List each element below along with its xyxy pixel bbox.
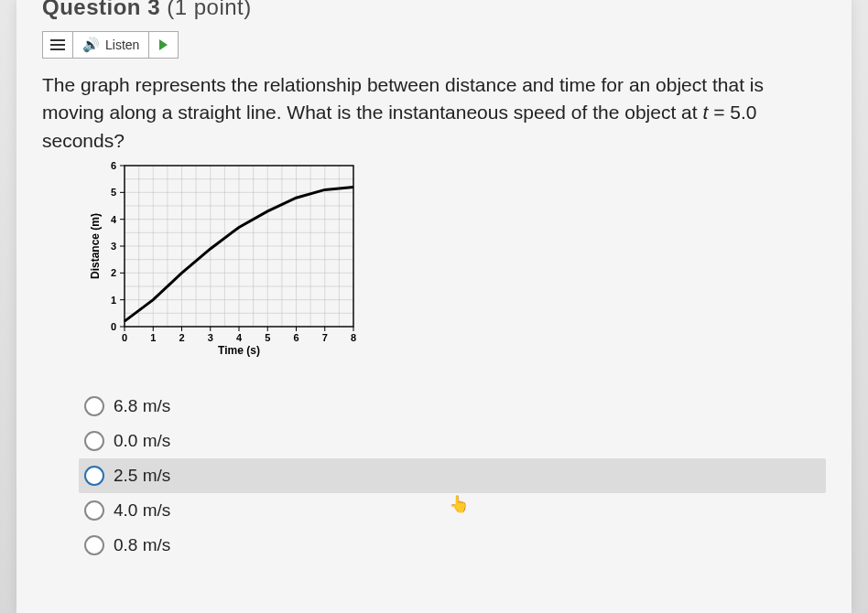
- hamburger-icon: [50, 39, 65, 50]
- play-button[interactable]: [149, 31, 179, 59]
- answer-option[interactable]: 4.0 m/s: [79, 493, 826, 528]
- listen-button[interactable]: 🔊 Listen: [73, 31, 149, 59]
- svg-text:5: 5: [265, 332, 270, 343]
- answer-label: 0.8 m/s: [114, 535, 170, 555]
- svg-text:2: 2: [179, 332, 184, 343]
- radio-icon: [84, 396, 104, 416]
- radio-icon: [84, 466, 104, 486]
- radio-icon: [84, 535, 104, 555]
- answer-list: 6.8 m/s0.0 m/s2.5 m/s4.0 m/s0.8 m/s: [79, 389, 826, 563]
- question-number: Question 3: [42, 0, 160, 19]
- svg-text:0: 0: [122, 332, 127, 343]
- speaker-icon: 🔊: [82, 37, 100, 53]
- question-prompt: The graph represents the relationship be…: [42, 71, 820, 155]
- svg-text:0: 0: [111, 321, 116, 332]
- distance-time-chart: 0123456780123456Time (s)Distance (m): [88, 158, 363, 363]
- prompt-t: t =: [702, 102, 724, 123]
- answer-option[interactable]: 6.8 m/s: [79, 389, 826, 424]
- svg-text:6: 6: [293, 332, 298, 343]
- chart-svg: 0123456780123456Time (s)Distance (m): [88, 158, 363, 360]
- toolbar: 🔊 Listen: [42, 31, 826, 59]
- svg-text:3: 3: [111, 241, 116, 252]
- svg-text:8: 8: [351, 332, 356, 343]
- svg-text:1: 1: [111, 295, 116, 306]
- menu-button[interactable]: [42, 31, 73, 59]
- answer-label: 4.0 m/s: [114, 500, 170, 521]
- svg-text:Distance (m): Distance (m): [89, 213, 102, 279]
- svg-text:4: 4: [111, 214, 117, 225]
- answer-label: 6.8 m/s: [114, 396, 170, 416]
- answer-label: 0.0 m/s: [114, 431, 170, 451]
- radio-icon: [84, 500, 104, 521]
- svg-text:4: 4: [236, 332, 243, 343]
- svg-text:3: 3: [208, 332, 213, 343]
- svg-text:Time (s): Time (s): [218, 344, 260, 357]
- radio-icon: [84, 431, 104, 451]
- svg-text:2: 2: [111, 268, 116, 279]
- question-points: (1 point): [167, 0, 252, 19]
- svg-text:5: 5: [111, 188, 116, 199]
- answer-option[interactable]: 2.5 m/s: [79, 458, 826, 493]
- question-header: Question 3 (1 point): [42, 0, 826, 20]
- svg-text:1: 1: [150, 332, 156, 343]
- play-icon: [159, 39, 168, 50]
- svg-text:6: 6: [111, 160, 116, 171]
- answer-option[interactable]: 0.8 m/s: [79, 528, 826, 563]
- prompt-text-1: The graph represents the relationship be…: [42, 74, 764, 123]
- answer-option[interactable]: 0.0 m/s: [79, 424, 826, 458]
- listen-label: Listen: [105, 38, 139, 52]
- answer-label: 2.5 m/s: [114, 466, 170, 486]
- svg-text:7: 7: [322, 332, 328, 343]
